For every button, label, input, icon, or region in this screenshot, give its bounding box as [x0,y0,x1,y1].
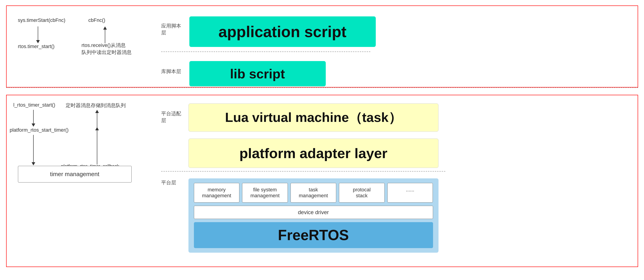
bottom-section: l_rtos_timer_start() platform_rtos_start… [6,95,638,267]
section-dashed-separator [6,87,638,88]
task-management-box: task management [290,183,336,203]
bottom-flow-left: l_rtos_timer_start() platform_rtos_start… [6,95,148,266]
arrow-l-rtos-down [32,110,35,127]
top-dashed-separator [161,52,370,52]
freertos-box: FreeRTOS [194,222,433,248]
platform-adapt-row: 平台适配层 Lua virtual machine（task） platform… [161,101,633,168]
platform-rtos-start-timer-text: platform_rtos_start_timer() [10,127,69,133]
arrow-platform-down [32,135,35,165]
arrow-callback-up2 [95,110,99,127]
app-script-box: application script [189,16,376,47]
file-system-management-box: file system management [242,183,288,203]
top-right-area: 应用脚本层 application script 库脚本层 lib script [148,6,638,87]
platform-boxes-row: memory management file system management… [194,183,433,203]
app-layer-label: 应用脚本层 [161,23,184,36]
l-rtos-timer-start-text: l_rtos_timer_start() [14,102,56,108]
rtos-timer-start-text: rtos.timer_start() [18,44,54,49]
top-flow-left: sys.timerStart(cbFnc) rtos.timer_start()… [6,6,148,87]
cbfnc-text: cbFnc() [88,17,106,23]
platform-adapt-boxes: Lua virtual machine（task） platform adapt… [188,101,438,168]
lib-layer-label: 库脚本层 [161,68,184,75]
timer-management-box: timer management [18,166,132,183]
top-section: sys.timerStart(cbFnc) rtos.timer_start()… [6,6,638,87]
platform-layer-row: 平台层 memory management file system manage… [161,175,633,253]
arrow-sys-to-rtos [36,27,40,43]
lib-script-box: lib script [189,61,326,86]
rtos-receive-text: rtos.receive()从消息 队列中读出定时器消息 [82,42,132,56]
protocal-stack-box: protocal stack [339,183,385,203]
device-driver-box: device driver [194,206,433,219]
bottom-dashed-separator [161,171,445,172]
memory-management-box: memory management [194,183,240,203]
platform-adapt-label: 平台适配层 [161,110,184,124]
lib-layer-row: 库脚本层 lib script [161,57,633,86]
ellipsis-box: ...... [387,183,433,203]
timer-msg-store-text: 定时器消息存储到消息队列 [66,102,126,109]
platform-layer-label: 平台层 [161,179,184,186]
bottom-right-area: 平台适配层 Lua virtual machine（task） platform… [148,95,638,266]
lua-vm-box: Lua virtual machine（task） [188,103,438,132]
arrow-rtos-receive-up [103,27,107,43]
arrow-callback-up [95,127,99,165]
app-layer-row: 应用脚本层 application script [161,12,633,47]
sys-timer-start-text: sys.timerStart(cbFnc) [18,17,66,23]
main-container: sys.timerStart(cbFnc) rtos.timer_start()… [6,6,638,274]
platform-adapter-box: platform adapter layer [188,138,438,168]
platform-layer-container: memory management file system management… [188,178,438,253]
